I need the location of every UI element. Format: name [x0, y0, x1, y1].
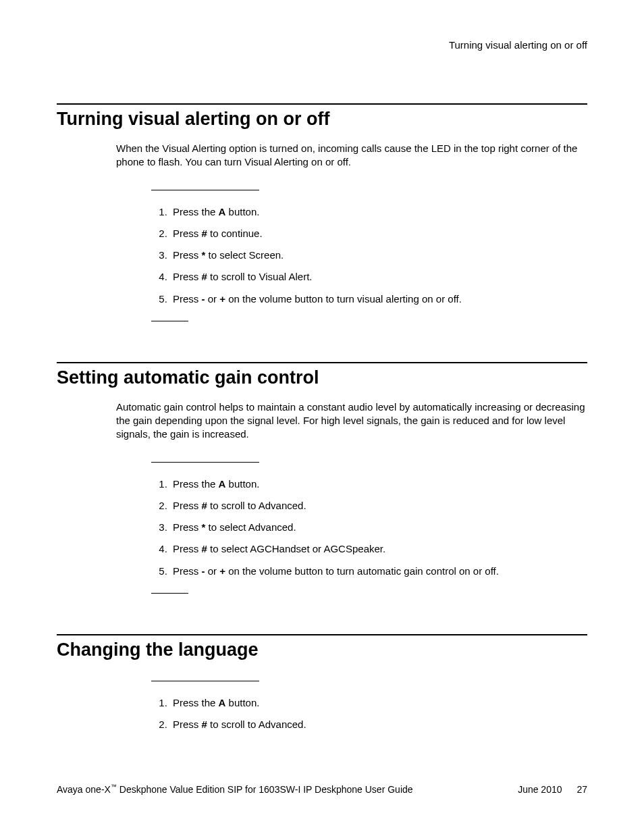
steps-list: Press the A button. Press # to continue.…	[151, 205, 587, 306]
steps-rule-top	[151, 681, 259, 681]
section-language: Changing the language Press the A button…	[57, 634, 587, 732]
section-heading: Changing the language	[57, 640, 587, 660]
step-item: Press # to scroll to Advanced.	[170, 499, 587, 513]
step-item: Press the A button.	[170, 477, 587, 491]
section-visual-alerting: Turning visual alerting on or off When t…	[57, 103, 587, 321]
steps-rule-bottom	[151, 593, 188, 594]
step-item: Press the A button.	[170, 205, 587, 219]
footer-product-prefix: Avaya one-X	[57, 784, 111, 795]
step-item: Press the A button.	[170, 696, 587, 710]
section-rule	[57, 362, 587, 363]
footer-page-number: 27	[576, 784, 587, 795]
steps-list: Press the A button. Press # to scroll to…	[151, 696, 587, 732]
running-header: Turning visual alerting on or off	[57, 39, 587, 51]
footer-product: Avaya one-X™ Deskphone Value Edition SIP…	[57, 783, 413, 795]
footer-date: June 2010	[518, 784, 562, 795]
section-heading: Turning visual alerting on or off	[57, 109, 587, 130]
trademark-icon: ™	[111, 783, 117, 790]
section-heading: Setting automatic gain control	[57, 367, 587, 388]
step-item: Press # to continue.	[170, 227, 587, 240]
step-item: Press - or + on the volume button to tur…	[170, 565, 587, 578]
footer-right: June 2010 27	[518, 784, 587, 795]
steps-rule-top	[151, 190, 259, 190]
page-footer: Avaya one-X™ Deskphone Value Edition SIP…	[57, 783, 587, 795]
section-intro: When the Visual Alerting option is turne…	[116, 142, 587, 170]
section-rule	[57, 634, 587, 635]
steps-rule-bottom	[151, 321, 188, 321]
step-item: Press # to select AGCHandset or AGCSpeak…	[170, 542, 587, 556]
step-item: Press * to select Advanced.	[170, 521, 587, 534]
step-item: Press # to scroll to Advanced.	[170, 718, 587, 731]
steps-rule-top	[151, 462, 259, 463]
step-item: Press - or + on the volume button to tur…	[170, 292, 587, 306]
section-rule	[57, 103, 587, 105]
step-item: Press # to scroll to Visual Alert.	[170, 270, 587, 284]
section-intro: Automatic gain control helps to maintain…	[116, 400, 587, 442]
step-item: Press * to select Screen.	[170, 249, 587, 262]
section-agc: Setting automatic gain control Automatic…	[57, 362, 587, 594]
footer-product-suffix: Deskphone Value Edition SIP for 1603SW-I…	[117, 784, 413, 795]
steps-list: Press the A button. Press # to scroll to…	[151, 477, 587, 578]
